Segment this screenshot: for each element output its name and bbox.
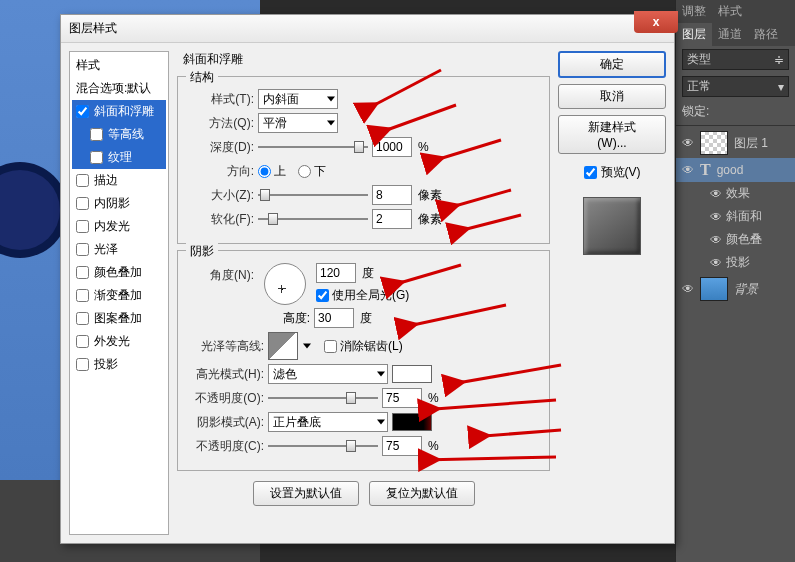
layer-row-text[interactable]: 👁 T good [676, 158, 795, 182]
side-item-grad-overlay[interactable]: 渐变叠加 [72, 284, 166, 307]
side-header-styles[interactable]: 样式 [72, 54, 166, 77]
soften-input[interactable]: 2 [372, 209, 412, 229]
stroke-checkbox[interactable] [76, 174, 89, 187]
reset-default-button[interactable]: 复位为默认值 [369, 481, 475, 506]
side-item-pattern-overlay[interactable]: 图案叠加 [72, 307, 166, 330]
depth-label: 深度(D): [188, 139, 254, 156]
shadow-opacity-slider[interactable] [268, 437, 378, 455]
panel-tabs-top: 调整 样式 [676, 0, 795, 23]
dialog-title: 图层样式 [69, 20, 117, 37]
style-select[interactable]: 内斜面 [258, 89, 338, 109]
grad-overlay-checkbox[interactable] [76, 289, 89, 302]
tab-paths[interactable]: 路径 [748, 23, 784, 46]
antialias-checkbox[interactable]: 消除锯齿(L) [324, 338, 403, 355]
side-item-contour[interactable]: 等高线 [72, 123, 166, 146]
side-item-inner-shadow[interactable]: 内阴影 [72, 192, 166, 215]
layer-row-bg[interactable]: 👁 背景 [676, 274, 795, 304]
structure-group: 结构 样式(T): 内斜面 方法(Q): 平滑 深度(D): 1000 % 方向… [177, 76, 550, 244]
new-style-button[interactable]: 新建样式(W)... [558, 115, 666, 154]
effects-list: 样式 混合选项:默认 斜面和浮雕 等高线 纹理 描边 内阴影 内发光 光泽 颜色… [69, 51, 169, 535]
visibility-icon[interactable]: 👁 [682, 163, 694, 177]
chevron-down-icon [327, 97, 335, 102]
tab-channels[interactable]: 通道 [712, 23, 748, 46]
preview-swatch [583, 197, 641, 255]
shadow-opacity-unit: % [428, 439, 439, 453]
highlight-color-swatch[interactable] [392, 365, 432, 383]
shadow-mode-select[interactable]: 正片叠底 [268, 412, 388, 432]
set-default-button[interactable]: 设置为默认值 [253, 481, 359, 506]
cancel-button[interactable]: 取消 [558, 84, 666, 109]
angle-unit: 度 [362, 265, 374, 282]
structure-group-title: 结构 [186, 69, 218, 86]
shadow-color-swatch[interactable] [392, 413, 432, 431]
blend-mode-dropdown[interactable]: 正常▾ [682, 76, 789, 97]
outer-glow-checkbox[interactable] [76, 335, 89, 348]
side-item-stroke[interactable]: 描边 [72, 169, 166, 192]
preview-checkbox[interactable]: 预览(V) [558, 164, 666, 181]
direction-up-radio[interactable]: 上 [258, 163, 286, 180]
tab-adjust[interactable]: 调整 [676, 0, 712, 23]
global-light-checkbox[interactable]: 使用全局光(G) [316, 287, 409, 304]
chevron-down-icon [303, 344, 311, 349]
highlight-opacity-slider[interactable] [268, 389, 378, 407]
altitude-input[interactable]: 30 [314, 308, 354, 328]
visibility-icon[interactable]: 👁 [682, 282, 694, 296]
drop-shadow-checkbox[interactable] [76, 358, 89, 371]
altitude-unit: 度 [360, 310, 372, 327]
chevron-down-icon [377, 372, 385, 377]
shadow-mode-label: 阴影模式(A): [188, 414, 264, 431]
angle-wheel[interactable] [264, 263, 306, 305]
size-label: 大小(Z): [188, 187, 254, 204]
highlight-mode-label: 高光模式(H): [188, 366, 264, 383]
size-input[interactable]: 8 [372, 185, 412, 205]
side-item-bevel[interactable]: 斜面和浮雕 [72, 100, 166, 123]
side-item-color-overlay[interactable]: 颜色叠加 [72, 261, 166, 284]
side-item-satin[interactable]: 光泽 [72, 238, 166, 261]
pattern-overlay-checkbox[interactable] [76, 312, 89, 325]
direction-down-radio[interactable]: 下 [298, 163, 326, 180]
layer-row-layer1[interactable]: 👁 图层 1 [676, 128, 795, 158]
close-button[interactable]: x [634, 11, 678, 33]
gloss-contour-picker[interactable] [268, 332, 298, 360]
angle-input[interactable]: 120 [316, 263, 356, 283]
layer-effects-list: 👁效果 👁斜面和 👁颜色叠 👁投影 [676, 182, 795, 274]
layer-filter-kind[interactable]: 类型≑ [682, 49, 789, 70]
size-slider[interactable] [258, 186, 368, 204]
soften-slider[interactable] [258, 210, 368, 228]
tab-layers[interactable]: 图层 [676, 23, 712, 46]
technique-label: 方法(Q): [188, 115, 254, 132]
ok-button[interactable]: 确定 [558, 51, 666, 78]
dialog-titlebar[interactable]: 图层样式 x [61, 15, 674, 43]
side-header-blend[interactable]: 混合选项:默认 [72, 77, 166, 100]
side-item-inner-glow[interactable]: 内发光 [72, 215, 166, 238]
contour-checkbox[interactable] [90, 128, 103, 141]
side-item-texture[interactable]: 纹理 [72, 146, 166, 169]
texture-checkbox[interactable] [90, 151, 103, 164]
depth-unit: % [418, 140, 429, 154]
highlight-mode-select[interactable]: 滤色 [268, 364, 388, 384]
lock-row: 锁定: [676, 100, 795, 123]
gloss-contour-label: 光泽等高线: [188, 338, 264, 355]
text-layer-icon: T [700, 161, 711, 179]
visibility-icon[interactable]: 👁 [682, 136, 694, 150]
depth-input[interactable]: 1000 [372, 137, 412, 157]
inner-glow-checkbox[interactable] [76, 220, 89, 233]
satin-checkbox[interactable] [76, 243, 89, 256]
layer-thumb [700, 131, 728, 155]
tab-styles[interactable]: 样式 [712, 0, 748, 23]
shadow-opacity-input[interactable]: 75 [382, 436, 422, 456]
highlight-opacity-input[interactable]: 75 [382, 388, 422, 408]
layer-name: 背景 [734, 281, 758, 298]
side-item-outer-glow[interactable]: 外发光 [72, 330, 166, 353]
depth-slider[interactable] [258, 138, 368, 156]
layer-name: 图层 1 [734, 135, 768, 152]
side-item-drop-shadow[interactable]: 投影 [72, 353, 166, 376]
bevel-checkbox[interactable] [76, 105, 89, 118]
inner-shadow-checkbox[interactable] [76, 197, 89, 210]
angle-label: 角度(N): [188, 263, 254, 284]
style-label: 样式(T): [188, 91, 254, 108]
chevron-down-icon [377, 420, 385, 425]
color-overlay-checkbox[interactable] [76, 266, 89, 279]
technique-select[interactable]: 平滑 [258, 113, 338, 133]
shadow-opacity-label: 不透明度(C): [188, 438, 264, 455]
